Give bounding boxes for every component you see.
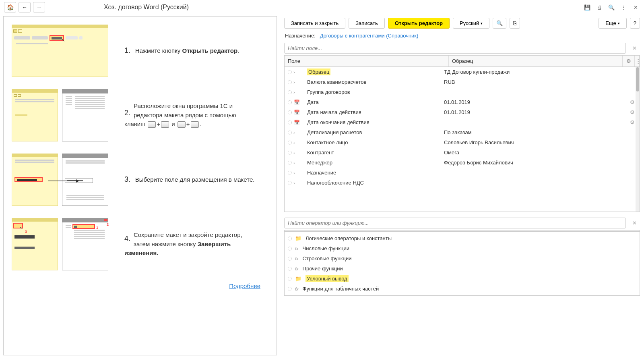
function-row[interactable]: fxСтроковые функции (285, 253, 640, 264)
function-name: Логические операторы и константы (305, 235, 392, 241)
chevron-right-icon: › (293, 70, 295, 75)
help-button[interactable]: ? (630, 18, 640, 29)
save-icon[interactable]: 💾 (583, 3, 592, 12)
step-1-illustration: ↖ (12, 25, 112, 77)
clear-func-search-icon[interactable]: ✕ (629, 220, 640, 226)
step-number: 3. (124, 175, 130, 183)
step-number: 1. (124, 46, 130, 54)
print-icon[interactable]: 🖨 (595, 3, 604, 12)
table-row[interactable]: ›Группа договоров (285, 87, 640, 97)
expand-dot-icon[interactable] (288, 131, 292, 135)
more-link[interactable]: Подробнее (229, 282, 260, 289)
expand-dot-icon[interactable] (288, 171, 292, 175)
table-row[interactable]: ›Валюта взаиморасчетовRUB (285, 77, 640, 87)
fields-table-header: Поле Образец ⚙ ⋮ (284, 55, 640, 67)
step-3-text: Выберите поле для размещения в макете. (135, 176, 255, 183)
table-row[interactable]: ›Назначение (285, 168, 640, 178)
field-name: Детализация расчетов (305, 129, 444, 135)
search-func-input[interactable] (284, 218, 626, 228)
column-sample[interactable]: Образец (449, 56, 623, 66)
function-row[interactable]: fxФункции для табличных частей (285, 284, 640, 294)
table-row[interactable]: ›Налогообложение НДС (285, 178, 640, 188)
field-name: Контрагент (305, 149, 444, 156)
preview-icon[interactable]: 🔍 (607, 3, 616, 12)
table-row[interactable]: ›МенеджерФедоров Борис Михайлович (285, 158, 640, 168)
function-row[interactable]: fxЧисловые функции (285, 243, 640, 253)
column-settings-icon[interactable]: ⚙ (623, 56, 635, 66)
field-name: Дата (305, 99, 444, 105)
field-name: Группа договоров (305, 89, 444, 95)
forward-button[interactable]: → (33, 2, 45, 12)
expand-dot-icon[interactable] (288, 151, 292, 155)
clear-search-icon[interactable]: ✕ (629, 45, 640, 51)
more-button[interactable]: Еще▾ (599, 18, 626, 29)
expand-dot-icon[interactable] (288, 277, 292, 281)
home-button[interactable]: 🏠 (4, 2, 16, 12)
expand-dot-icon[interactable] (288, 257, 292, 261)
expand-dot-icon[interactable] (288, 80, 292, 84)
table-row[interactable]: 📅Дата начала действия01.01.2019⚙ (285, 107, 640, 117)
function-name: Условный вывод (305, 276, 349, 282)
fx-icon: fx (295, 246, 299, 251)
expand-dot-icon[interactable] (288, 267, 292, 271)
expand-dot-icon[interactable] (288, 70, 292, 74)
instructions-pane: ↖ 1. Нажмите кнопку Открыть редактор. (3, 16, 277, 355)
function-name: Числовые функции (303, 245, 349, 251)
close-icon[interactable]: ✕ (631, 3, 640, 12)
search-icon-button[interactable]: 🔍 (493, 18, 506, 29)
chevron-right-icon: › (293, 160, 295, 165)
svg-marker-1 (76, 179, 79, 183)
step-2-illustration (12, 89, 112, 141)
field-sample: Омега (444, 149, 627, 156)
expand-dot-icon[interactable] (288, 110, 292, 114)
expand-dot-icon[interactable] (288, 247, 292, 251)
table-row[interactable]: ›ОбразецТД Договор купли-продажи (285, 67, 640, 77)
function-name: Прочие функции (303, 266, 343, 272)
save-button[interactable]: Записать (349, 18, 385, 29)
expand-dot-icon[interactable] (288, 287, 292, 291)
arrow-icon (48, 177, 80, 185)
kebab-icon[interactable]: ⋮ (619, 3, 628, 12)
function-row[interactable]: 📁Логические операторы и константы (285, 233, 640, 243)
chevron-down-icon: ▾ (481, 21, 483, 25)
field-sample: 01.01.2019 (444, 109, 627, 115)
field-name: Назначение (305, 170, 444, 176)
scrollbar[interactable] (636, 67, 640, 212)
expand-dot-icon[interactable] (288, 161, 292, 165)
purpose-link[interactable]: Договоры с контрагентами (Справочник) (320, 33, 419, 39)
function-name: Строковые функции (303, 255, 352, 262)
table-row[interactable]: ›КонтрагентОмега (285, 147, 640, 158)
expand-dot-icon[interactable] (288, 237, 292, 241)
copy-icon-button[interactable]: ⎘ (510, 18, 520, 29)
table-row[interactable]: ›Контактное лицоСоловьев Игорь Васильеви… (285, 137, 640, 147)
expand-dot-icon[interactable] (288, 141, 292, 145)
expand-dot-icon[interactable] (288, 181, 292, 185)
step-3-illustration (12, 154, 112, 206)
chevron-right-icon: › (293, 130, 295, 135)
column-menu-icon[interactable]: ⋮ (635, 56, 640, 66)
field-name: Валюта взаиморасчетов (305, 79, 444, 85)
expand-dot-icon[interactable] (288, 90, 292, 94)
chevron-right-icon: › (293, 170, 295, 175)
open-editor-button[interactable]: Открыть редактор (388, 18, 450, 29)
function-row[interactable]: fxПрочие функции (285, 264, 640, 274)
step-1-text: Нажмите кнопку Открыть редактор. (135, 47, 239, 54)
expand-dot-icon[interactable] (288, 120, 292, 125)
column-field[interactable]: Поле (285, 56, 449, 66)
field-name: Менеджер (305, 160, 444, 166)
field-sample: 01.01.2019 (444, 99, 627, 105)
search-field-input[interactable] (284, 43, 626, 54)
functions-list: 📁Логические операторы и константыfxЧисло… (284, 232, 640, 296)
table-row[interactable]: 📅Дата01.01.2019⚙ (285, 97, 640, 107)
language-button[interactable]: Русский▾ (453, 18, 489, 29)
step-number: 4. (124, 235, 130, 243)
table-row[interactable]: ›Детализация расчетовПо заказам (285, 127, 640, 137)
back-button[interactable]: ← (19, 2, 31, 12)
folder-icon: 📁 (295, 235, 301, 241)
table-row[interactable]: 📅Дата окончания действия⚙ (285, 117, 640, 127)
field-name: Дата окончания действия (305, 119, 444, 125)
save-close-button[interactable]: Записать и закрыть (284, 18, 345, 29)
chevron-right-icon: › (293, 90, 295, 95)
function-row[interactable]: 📁Условный вывод (285, 274, 640, 284)
expand-dot-icon[interactable] (288, 100, 292, 104)
